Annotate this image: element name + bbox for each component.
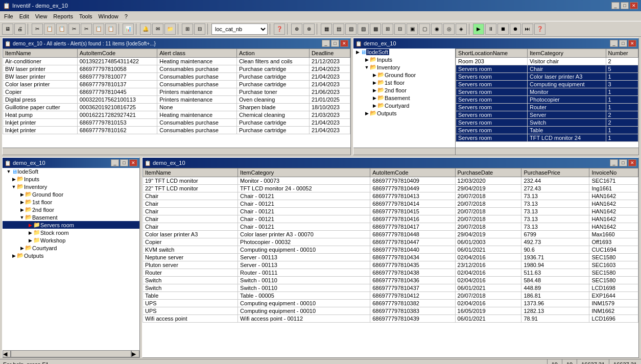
inv-outputs[interactable]: ▶ 📂 Outputs [3, 252, 139, 259]
loc-tree-root[interactable]: ▶ 🖥 IodeSoft [353, 48, 455, 56]
details-table-row[interactable]: TableTable - 0000568697779781041220/07/2… [143, 292, 638, 300]
loc-2nd-floor[interactable]: ▶ 📂 2nd floor [353, 86, 455, 94]
details-table-row[interactable]: CopierPhotocopier - 00032686977797810447… [143, 238, 638, 246]
inv-expand-inv[interactable]: ▼ [11, 184, 17, 190]
expand-inventory[interactable]: ▼ [364, 64, 370, 70]
menu-help[interactable]: ? [122, 12, 131, 20]
toolbar-btn-26[interactable]: ▢ [419, 23, 430, 35]
alert-table-row[interactable]: Air-conditioner0013922174854311422Heatin… [3, 58, 350, 65]
details-table-row[interactable]: RouterRouter - 0011168697779781043802/04… [143, 269, 638, 277]
expand-basement[interactable]: ▶ [371, 95, 377, 101]
toolbar-btn-34[interactable]: ⏭ [522, 23, 533, 35]
inv-1st-floor[interactable]: ▶ 📂 1st floor [3, 198, 139, 206]
alert-close-btn[interactable]: ✕ [340, 40, 348, 47]
expand-ground[interactable]: ▶ [371, 72, 377, 78]
inventory-tree[interactable]: ▼ 🖥 IodeSoft ▶ 📂 Inputs ▼ 📂 Inventory ▶ [3, 168, 139, 350]
details-table-row[interactable]: 19" TFT LCD monitorMonitor - 00073686977… [143, 177, 638, 185]
location-hscrollbar-area[interactable] [353, 148, 638, 155]
inv-scroll-track[interactable] [11, 350, 131, 357]
location-table-row[interactable]: Servers roomChair5 [456, 65, 638, 73]
details-table-row[interactable]: ChairChair - 0012168697779781041720/07/2… [143, 223, 638, 231]
loc-ground-floor[interactable]: ▶ 📂 Ground floor [353, 71, 455, 79]
inv-inputs[interactable]: ▶ 📂 Inputs [3, 175, 139, 183]
loc-close-btn[interactable]: ✕ [628, 40, 636, 47]
toolbar-btn-11[interactable]: ✉ [152, 23, 163, 35]
toolbar-btn-8[interactable]: 📋 [93, 23, 104, 35]
toolbar-btn-29[interactable]: ◈ [456, 23, 467, 35]
alert-table-row[interactable]: Digital press000322017562100113Printers … [3, 96, 350, 104]
inventory-window-controls[interactable]: _ □ ✕ [111, 159, 137, 166]
toolbar-btn-23[interactable]: ⊞ [382, 23, 393, 35]
menu-edit[interactable]: Edit [16, 12, 32, 20]
det-close-btn[interactable]: ✕ [628, 159, 636, 166]
details-table-row[interactable]: ChairChair - 0012168697779781041320/07/2… [143, 192, 638, 200]
details-table-row[interactable]: SwitchSwitch - 0011068697779781043602/04… [143, 277, 638, 284]
loc-outputs[interactable]: ▶ 📂 Outputs [353, 109, 455, 117]
close-button[interactable]: ✕ [630, 2, 638, 9]
inv-scroll-right[interactable]: ▶ [131, 350, 139, 357]
alert-minimize-btn[interactable]: _ [322, 40, 330, 47]
toolbar-btn-32[interactable]: ⏹ [497, 23, 509, 35]
loc-restore-btn[interactable]: □ [619, 40, 627, 47]
toolbar-btn-19[interactable]: ▤ [333, 23, 344, 35]
details-table-row[interactable]: Pluton serverServer - 001136869777978104… [143, 261, 638, 269]
inv-basement[interactable]: ▼ 📂 Basement [3, 213, 139, 221]
location-tree-panel[interactable]: ▶ 🖥 IodeSoft ▶ 📂 Inputs ▼ 📂 Inventory [353, 48, 456, 148]
inv-servers-room[interactable]: ▶ 📁 Servers room [3, 221, 139, 229]
alert-table-row[interactable]: Inkjet printer686977797810162Consumables… [3, 127, 350, 134]
toolbar-btn-2[interactable]: 🖨 [14, 23, 26, 35]
expand-inputs[interactable]: ▶ [364, 57, 370, 63]
loc-courtyard[interactable]: ▶ 📂 Courtyard [353, 102, 455, 109]
toolbar-btn-33[interactable]: ⏺ [510, 23, 521, 35]
details-table-row[interactable]: Wifi access pointWifi access point - 001… [143, 315, 638, 323]
expand-courtyard[interactable]: ▶ [371, 103, 377, 109]
loc-1st-floor[interactable]: ▶ 📂 1st floor [353, 79, 455, 86]
toolbar-btn-5[interactable]: 📋 [56, 23, 67, 35]
inv-expand-inputs[interactable]: ▶ [11, 176, 17, 182]
location-table-row[interactable]: Servers roomTFT LCD monitor 241 [456, 134, 638, 142]
toolbar-combo[interactable]: loc_cat_nb [211, 23, 268, 35]
inv-expand-courtyard[interactable]: ▶ [19, 245, 25, 251]
inv-expand-1st[interactable]: ▶ [19, 199, 25, 205]
alert-table-row[interactable]: Color laser printer686977797810137Consum… [3, 81, 350, 88]
loc-minimize-btn[interactable]: _ [610, 40, 618, 47]
location-table-row[interactable]: Servers roomRouter1 [456, 104, 638, 111]
toolbar-btn-15[interactable]: ❓ [274, 23, 285, 35]
menu-tools[interactable]: Tools [76, 12, 96, 20]
alert-hscrollbar[interactable] [3, 148, 350, 155]
toolbar-btn-14[interactable]: ⊟ [194, 23, 205, 35]
inv-scroll-left[interactable]: ◀ [3, 350, 11, 357]
alert-restore-btn[interactable]: □ [331, 40, 339, 47]
details-table-row[interactable]: KVM switchComputing equipment - 00010686… [143, 246, 638, 254]
inv-restore-btn[interactable]: □ [120, 159, 128, 166]
details-table-row[interactable]: UPSComputing equipment - 000106869777978… [143, 300, 638, 307]
expand-2nd[interactable]: ▶ [371, 87, 377, 93]
inv-expand-2nd[interactable]: ▶ [19, 207, 25, 213]
inv-scrollbar-area[interactable]: ◀ ▶ [3, 350, 139, 357]
maximize-button[interactable]: □ [621, 2, 629, 9]
alert-table-row[interactable]: BW laser printer686977797810077Consumabl… [3, 73, 350, 81]
inv-expand-workshop[interactable]: ▶ [27, 237, 33, 244]
alert-table-row[interactable]: Heat pump000162217282927421Heating maint… [3, 111, 350, 119]
toolbar-btn-35[interactable]: ❓ [534, 23, 545, 35]
toolbar-btn-27[interactable]: ◉ [431, 23, 442, 35]
alert-table-row[interactable]: BW laser printer686977797810058Consumabl… [3, 65, 350, 73]
toolbar-btn-chart[interactable]: 📊 [123, 23, 134, 35]
inv-root[interactable]: ▼ 🖥 IodeSoft [3, 168, 139, 175]
menu-file[interactable]: File [1, 12, 16, 20]
location-window-controls[interactable]: _ □ ✕ [610, 40, 636, 47]
details-table-row[interactable]: Color laser printer A3Color laser printe… [143, 231, 638, 238]
toolbar-btn-30[interactable]: ▶ [473, 23, 484, 35]
inv-close-btn[interactable]: ✕ [129, 159, 137, 166]
det-restore-btn[interactable]: □ [619, 159, 627, 166]
alert-window-controls[interactable]: _ □ ✕ [322, 40, 348, 47]
loc-inventory[interactable]: ▼ 📂 Inventory [353, 63, 455, 71]
details-window-controls[interactable]: _ □ ✕ [610, 159, 636, 166]
toolbar-btn-21[interactable]: ▨ [358, 23, 369, 35]
details-table-row[interactable]: ChairChair - 0012168697779781041420/07/2… [143, 200, 638, 208]
details-table-row[interactable]: ChairChair - 0012168697779781041520/07/2… [143, 208, 638, 215]
location-table-panel[interactable]: ShortLocationName ItemCategory Number Ro… [456, 48, 638, 148]
alert-table-row[interactable]: Inkjet printer686977797810153Consumables… [3, 119, 350, 127]
menu-window[interactable]: Window [96, 12, 122, 20]
app-window-controls[interactable]: _ □ ✕ [611, 2, 638, 9]
